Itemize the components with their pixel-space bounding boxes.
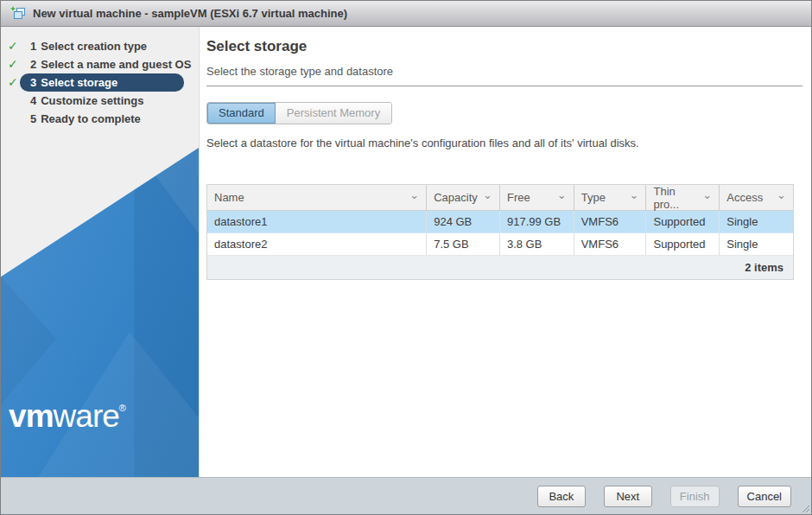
- step-label: Select creation type: [41, 40, 147, 53]
- check-icon: ✓: [8, 73, 18, 92]
- page-title: Select storage: [206, 38, 802, 55]
- column-header-type[interactable]: Type ⌄: [574, 185, 647, 210]
- title-bar: New virtual machine - sampleVM (ESXi 6.7…: [1, 1, 811, 27]
- registered-mark: ®: [119, 403, 126, 413]
- step-number: 5: [30, 112, 36, 125]
- finish-button[interactable]: Finish: [670, 486, 720, 507]
- button-bar: Back Next Finish Cancel: [1, 477, 811, 514]
- column-label: Free: [507, 191, 530, 204]
- items-count: 2 items: [745, 261, 783, 274]
- chevron-down-icon[interactable]: ⌄: [630, 191, 639, 200]
- column-header-name[interactable]: Name ⌄: [207, 185, 427, 210]
- storage-type-tabs: Standard Persistent Memory: [206, 102, 392, 124]
- cell-type: VMFS6: [574, 233, 647, 255]
- step-select-name-guest-os[interactable]: ✓ 2Select a name and guest OS: [1, 55, 199, 73]
- table-row-datastore2[interactable]: datastore2 7.5 GB 3.8 GB VMFS6 Supported…: [207, 233, 793, 256]
- step-label: Select storage: [41, 76, 117, 89]
- cell-capacity: 7.5 GB: [427, 233, 500, 255]
- datastore-description: Select a datastore for the virtual machi…: [206, 137, 802, 149]
- cell-access: Single: [720, 233, 793, 255]
- sidebar-artwork: vmware®: [1, 148, 199, 477]
- step-number: 4: [30, 94, 36, 107]
- column-header-thin-provisioning[interactable]: Thin pro... ⌄: [646, 185, 720, 210]
- cell-free: 917.99 GB: [500, 211, 574, 232]
- column-header-capacity[interactable]: Capacity ⌄: [427, 185, 500, 210]
- chevron-down-icon[interactable]: ⌄: [483, 191, 492, 200]
- chevron-down-icon[interactable]: ⌄: [702, 191, 712, 200]
- step-label: Select a name and guest OS: [41, 58, 191, 71]
- step-select-storage[interactable]: ✓ 3Select storage: [20, 73, 184, 92]
- step-customize-settings[interactable]: 4Customize settings: [1, 92, 199, 110]
- vmware-logo-regular: ware: [54, 398, 119, 434]
- table-header: Name ⌄ Capacity ⌄ Free ⌄ Type ⌄ Thin pro…: [207, 185, 793, 211]
- column-header-free[interactable]: Free ⌄: [500, 185, 574, 210]
- step-list: ✓ 1Select creation type ✓ 2Select a name…: [1, 27, 199, 128]
- next-button[interactable]: Next: [604, 486, 652, 507]
- check-icon: ✓: [8, 55, 18, 73]
- window-title: New virtual machine - sampleVM (ESXi 6.7…: [33, 7, 347, 20]
- column-label: Type: [581, 191, 606, 204]
- column-label: Access: [726, 191, 763, 204]
- chevron-down-icon[interactable]: ⌄: [409, 191, 419, 200]
- step-label: Customize settings: [41, 94, 143, 107]
- vmware-logo-bold: vm: [9, 398, 53, 434]
- datastore-table: Name ⌄ Capacity ⌄ Free ⌄ Type ⌄ Thin pro…: [206, 184, 794, 280]
- cell-type: VMFS6: [574, 211, 647, 232]
- column-label: Capacity: [434, 191, 478, 204]
- new-vm-wizard-window: New virtual machine - sampleVM (ESXi 6.7…: [0, 0, 812, 515]
- cancel-button[interactable]: Cancel: [738, 486, 791, 507]
- column-header-access[interactable]: Access ⌄: [720, 185, 793, 210]
- cell-thin-provisioning: Supported: [646, 233, 720, 255]
- cell-free: 3.8 GB: [500, 233, 574, 255]
- chevron-down-icon[interactable]: ⌄: [557, 191, 567, 200]
- step-ready-to-complete[interactable]: 5Ready to complete: [1, 110, 199, 128]
- back-button[interactable]: Back: [537, 486, 586, 507]
- resize-grip[interactable]: [801, 504, 809, 512]
- step-label: Ready to complete: [41, 112, 141, 125]
- table-footer: 2 items: [207, 256, 793, 279]
- vmware-logo: vmware®: [1, 400, 134, 432]
- chevron-down-icon[interactable]: ⌄: [777, 191, 786, 200]
- step-number: 3: [30, 76, 36, 89]
- column-label: Name: [214, 191, 244, 204]
- cell-name: datastore2: [207, 233, 427, 255]
- new-vm-icon: [10, 6, 27, 22]
- cell-name: datastore1: [207, 211, 427, 232]
- tab-persistent-memory[interactable]: Persistent Memory: [276, 103, 391, 124]
- step-number: 1: [30, 40, 36, 53]
- step-number: 2: [30, 58, 36, 71]
- wizard-steps-sidebar: ✓ 1Select creation type ✓ 2Select a name…: [1, 27, 200, 477]
- wizard-content: Select storage Select the storage type a…: [200, 27, 811, 477]
- cell-thin-provisioning: Supported: [646, 211, 720, 232]
- check-icon: ✓: [8, 37, 18, 55]
- cell-capacity: 924 GB: [427, 211, 500, 232]
- divider: [206, 86, 802, 86]
- column-label: Thin pro...: [653, 185, 702, 211]
- tab-standard[interactable]: Standard: [207, 103, 276, 124]
- page-subtitle: Select the storage type and datastore: [206, 65, 802, 78]
- step-select-creation-type[interactable]: ✓ 1Select creation type: [1, 37, 199, 55]
- table-row-datastore1[interactable]: datastore1 924 GB 917.99 GB VMFS6 Suppor…: [207, 211, 793, 233]
- cell-access: Single: [720, 211, 793, 232]
